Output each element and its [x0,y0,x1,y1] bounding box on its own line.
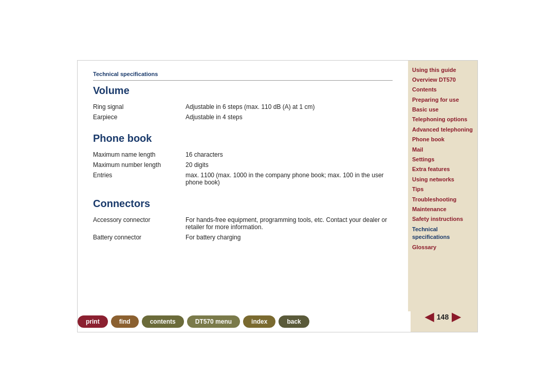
table-row: Accessory connector For hands-free equip… [93,215,393,232]
sidebar-item-preparing[interactable]: Preparing for use [412,96,473,104]
volume-table: Ring signal Adjustable in 6 steps (max. … [93,102,393,122]
back-button[interactable]: back [279,315,309,328]
table-row: Maximum number length 20 digits [93,160,393,170]
connectors-table: Accessory connector For hands-free equip… [93,215,393,242]
volume-section: Volume Ring signal Adjustable in 6 steps… [93,85,393,122]
table-row: Maximum name length 16 characters [93,150,393,160]
value-earpiece: Adjustable in 4 steps [186,112,393,122]
label-earpiece: Earpiece [93,112,186,122]
label-max-name: Maximum name length [93,150,186,160]
phonebook-table: Maximum name length 16 characters Maximu… [93,150,393,188]
sidebar-item-tech-specs[interactable]: Technical specifications [412,225,473,242]
breadcrumb: Technical specifications [93,71,393,77]
value-accessory: For hands-free equipment, programming to… [186,215,393,232]
table-row: Battery connector For battery charging [93,232,393,242]
sidebar-item-glossary[interactable]: Glossary [412,243,473,252]
sidebar-item-phone-book[interactable]: Phone book [412,135,473,144]
document-container: Technical specifications Volume Ring sig… [77,60,478,332]
sidebar-item-tips[interactable]: Tips [412,185,473,194]
sidebar-item-basic-use[interactable]: Basic use [412,105,473,114]
table-row: Earpiece Adjustable in 4 steps [93,112,393,122]
label-max-number: Maximum number length [93,160,186,170]
value-max-name: 16 characters [186,150,393,160]
connectors-section: Connectors Accessory connector For hands… [93,198,393,242]
sidebar-item-networks[interactable]: Using networks [412,175,473,184]
connectors-heading: Connectors [93,198,393,210]
sidebar-item-advanced[interactable]: Advanced telephoning [412,125,473,134]
find-button[interactable]: find [111,315,139,328]
sidebar-item-safety[interactable]: Safety instructions [412,215,473,223]
label-entries: Entries [93,170,186,188]
sidebar-item-settings[interactable]: Settings [412,155,473,164]
label-ring-signal: Ring signal [93,102,186,112]
sidebar-item-using-guide[interactable]: Using this guide [412,66,473,74]
section-divider [93,80,393,81]
volume-heading: Volume [93,85,393,97]
sidebar-item-mail[interactable]: Mail [412,145,473,154]
sidebar-item-contents[interactable]: Contents [412,85,473,94]
index-button[interactable]: index [243,315,275,328]
page-number: 148 [437,313,449,321]
toolbar: print find contents DT570 menu index bac… [78,311,408,332]
prev-arrow[interactable]: ◀ [425,311,434,323]
page-navigation: ◀ 148 ▶ [408,306,477,323]
table-row: Entries max. 1100 (max. 1000 in the comp… [93,170,393,188]
main-content: Technical specifications Volume Ring sig… [78,61,408,332]
value-battery: For battery charging [186,232,393,242]
value-max-number: 20 digits [186,160,393,170]
sidebar-item-overview[interactable]: Overview DT570 [412,76,473,84]
value-entries: max. 1100 (max. 1000 in the company phon… [186,170,393,188]
label-battery: Battery connector [93,232,186,242]
content-scroll: Volume Ring signal Adjustable in 6 steps… [93,85,393,332]
sidebar-item-maintenance[interactable]: Maintenance [412,205,473,214]
phonebook-heading: Phone book [93,133,393,144]
sidebar-item-extra[interactable]: Extra features [412,165,473,174]
contents-button[interactable]: contents [142,315,184,328]
sidebar-item-troubleshooting[interactable]: Troubleshooting [412,195,473,204]
menu-button[interactable]: DT570 menu [187,315,240,328]
value-ring-signal: Adjustable in 6 steps (max. 110 dB (A) a… [186,102,393,112]
print-button[interactable]: print [78,315,108,328]
next-arrow[interactable]: ▶ [452,311,460,323]
table-row: Ring signal Adjustable in 6 steps (max. … [93,102,393,112]
phonebook-section: Phone book Maximum name length 16 charac… [93,133,393,188]
sidebar: Using this guide Overview DT570 Contents… [408,61,477,332]
label-accessory: Accessory connector [93,215,186,232]
sidebar-item-telephoning[interactable]: Telephoning options [412,115,473,124]
